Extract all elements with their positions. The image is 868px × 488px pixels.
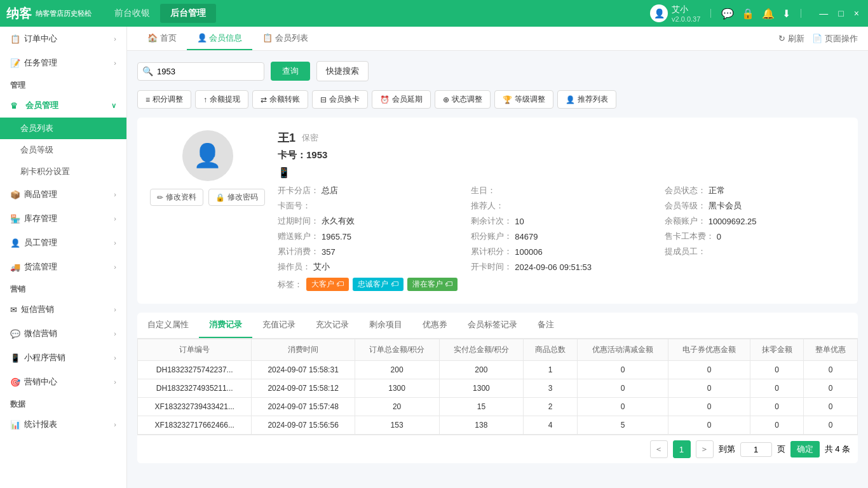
search-bar: 🔍 查询 快捷搜索 xyxy=(137,61,858,81)
sidebar-item-miniapp[interactable]: 📱 小程序营销 › xyxy=(0,346,126,370)
nav-tab-backend[interactable]: 后台管理 xyxy=(160,4,216,23)
lock-icon[interactable]: 🔒 xyxy=(742,8,754,20)
tab-charge-times[interactable]: 充次记录 xyxy=(306,313,359,338)
sidebar-item-member-mgmt[interactable]: ♛ 会员管理 ∨ xyxy=(0,93,126,118)
sidebar-label-inventory: 库存管理 xyxy=(24,213,57,224)
recommend-list-btn[interactable]: 👤 推荐列表 xyxy=(557,90,616,109)
balance-withdraw-btn[interactable]: ↑ 余额提现 xyxy=(195,90,248,109)
table-row[interactable]: DH18323274935211...2024-09-07 15:58:1213… xyxy=(138,379,858,398)
info-open-store: 开卡分店： 总店 xyxy=(278,185,458,196)
edit-label: 修改资料 xyxy=(166,192,196,203)
tag-loyal-customer[interactable]: 忠诚客户 🏷 xyxy=(353,278,403,291)
card-label: 卡号： xyxy=(278,149,306,160)
tab-remarks[interactable]: 备注 xyxy=(527,313,564,338)
sidebar-item-logistics[interactable]: 🚚 货流管理 › xyxy=(0,255,126,279)
refresh-action[interactable]: ↻ 刷新 xyxy=(778,33,804,44)
tab-recharge-record[interactable]: 充值记录 xyxy=(252,313,306,338)
prev-page-btn[interactable]: ＜ xyxy=(650,440,668,458)
download-icon[interactable]: ⬇ xyxy=(782,8,790,20)
miniapp-icon: 📱 xyxy=(10,353,20,363)
task-icon: 📝 xyxy=(10,58,20,68)
tab-coupons[interactable]: 优惠券 xyxy=(412,313,458,338)
sidebar-item-inventory[interactable]: 🏪 库存管理 › xyxy=(0,207,126,231)
col-paid: 实付总金额/积分 xyxy=(439,339,524,361)
breadcrumb-tab-home[interactable]: 🏠 首页 xyxy=(137,27,187,50)
breadcrumb-tab-member-info[interactable]: 👤 会员信息 xyxy=(187,27,253,50)
page-action-label: 页面操作 xyxy=(825,33,858,44)
page-action[interactable]: 📄 页面操作 xyxy=(812,33,858,44)
avatar: 👤 xyxy=(650,4,668,22)
tab-member-tag-record[interactable]: 会员标签记录 xyxy=(458,313,527,338)
sidebar-item-member-level[interactable]: 会员等级 xyxy=(0,139,126,161)
chevron-icon-product: › xyxy=(114,191,116,198)
points-adjust-btn[interactable]: ≡ 积分调整 xyxy=(137,90,191,109)
card-replace-btn[interactable]: ⊟ 会员换卡 xyxy=(312,90,368,109)
sidebar-item-order-center[interactable]: 📋 订单中心 › xyxy=(0,27,126,51)
pagination: ＜ 1 ＞ 到第 页 确定 共 4 条 xyxy=(137,435,858,463)
change-passwd-btn[interactable]: 🔒 修改密码 xyxy=(208,189,265,206)
breadcrumb-tab-member-list[interactable]: 📋 会员列表 xyxy=(252,27,318,50)
info-gift-balance: 赠送账户： 1965.75 xyxy=(278,231,458,242)
topbar-right: 👤 艾小 v2.0.0.37 💬 🔒 🔔 ⬇ — □ × xyxy=(650,4,862,23)
sidebar-item-staff[interactable]: 👤 员工管理 › xyxy=(0,231,126,255)
table-row[interactable]: XF183232717662466...2024-09-07 15:56:561… xyxy=(138,416,858,435)
recommend-icon: 👤 xyxy=(566,95,575,104)
col-round: 抹零金额 xyxy=(750,339,804,361)
recommender-label: 推荐人： xyxy=(471,200,504,212)
sidebar-item-product[interactable]: 📦 商品管理 › xyxy=(0,182,126,207)
tag-big-customer[interactable]: 大客户 🏷 xyxy=(306,278,349,291)
query-button[interactable]: 查询 xyxy=(271,62,310,81)
table-row[interactable]: XF183232739433421...2024-09-07 15:57:482… xyxy=(138,398,858,416)
table-row[interactable]: DH18323275742237...2024-09-07 15:58:3120… xyxy=(138,361,858,379)
info-card-face: 卡面号： xyxy=(278,200,458,212)
minimize-btn[interactable]: — xyxy=(817,8,831,18)
detail-section: 自定义属性 消费记录 充值记录 充次记录 剩余项目 优惠券 会员标签记录 备注 xyxy=(137,313,858,463)
sms-icon: ✉ xyxy=(10,305,17,315)
status-adjust-btn[interactable]: ⊕ 状态调整 xyxy=(435,90,491,109)
bell-icon[interactable]: 🔔 xyxy=(762,8,775,20)
level-adjust-btn[interactable]: 🏆 等级调整 xyxy=(494,90,553,109)
goto-label: 到第 xyxy=(719,444,735,455)
chevron-icon-wechat: › xyxy=(114,330,116,337)
total-points-label: 累计积分： xyxy=(471,246,512,257)
info-points-account: 积分账户： 84679 xyxy=(471,231,651,242)
user-version: v2.0.0.37 xyxy=(672,15,700,23)
sidebar-item-marketing-center[interactable]: 🎯 营销中心 › xyxy=(0,370,126,394)
edit-profile-btn[interactable]: ✏ 修改资料 xyxy=(150,189,203,206)
maximize-btn[interactable]: □ xyxy=(836,8,846,18)
help-icon[interactable]: 💬 xyxy=(721,8,734,20)
tab-consume-record[interactable]: 消费记录 xyxy=(199,313,252,338)
balance-transfer-btn[interactable]: ⇄ 余额转账 xyxy=(252,90,308,109)
user-name: 艾小 xyxy=(672,4,700,15)
operator-value: 艾小 xyxy=(313,261,330,273)
tag-potential-customer[interactable]: 潜在客户 🏷 xyxy=(407,278,458,291)
close-btn[interactable]: × xyxy=(851,8,862,18)
tab-custom-attr[interactable]: 自定义属性 xyxy=(137,313,199,338)
sidebar-item-swipe-points[interactable]: 刷卡积分设置 xyxy=(0,161,126,182)
tab-remaining-items[interactable]: 剩余项目 xyxy=(359,313,412,338)
page-goto-input[interactable] xyxy=(740,442,772,457)
sidebar-label-staff: 员工管理 xyxy=(24,237,57,248)
balance-label: 余额账户： xyxy=(665,215,706,227)
sidebar-item-task[interactable]: 📝 任务管理 › xyxy=(0,51,126,75)
remaining-label: 剩余计次： xyxy=(471,215,512,227)
sidebar-item-sms[interactable]: ✉ 短信营销 › xyxy=(0,297,126,322)
search-input[interactable] xyxy=(137,62,264,81)
next-page-btn[interactable]: ＞ xyxy=(696,440,714,458)
sidebar-item-wechat[interactable]: 💬 微信营销 › xyxy=(0,322,126,346)
passwd-label: 修改密码 xyxy=(227,192,258,203)
member-extend-btn[interactable]: ⏰ 会员延期 xyxy=(372,90,431,109)
page-confirm-btn[interactable]: 确定 xyxy=(790,441,820,458)
sidebar-label-logistics: 货流管理 xyxy=(24,261,57,273)
divider2 xyxy=(801,9,801,18)
points-label: 积分调整 xyxy=(153,94,183,105)
member-avatar: 👤 xyxy=(182,130,233,181)
quick-search-button[interactable]: 快捷搜索 xyxy=(316,61,369,81)
info-balance: 余额账户： 10009692.25 xyxy=(665,215,845,227)
member-info-grid: 开卡分店： 总店 生日： 会员状态： 正常 卡面号： xyxy=(278,185,845,273)
page-1-btn[interactable]: 1 xyxy=(673,440,691,458)
nav-tab-cashier[interactable]: 前台收银 xyxy=(104,4,160,23)
tag-row: 标签： 大客户 🏷 忠诚客户 🏷 潜在客户 🏷 xyxy=(278,278,845,291)
sidebar-item-member-list[interactable]: 会员列表 xyxy=(0,118,126,139)
sidebar-item-stats[interactable]: 📊 统计报表 › xyxy=(0,412,126,437)
